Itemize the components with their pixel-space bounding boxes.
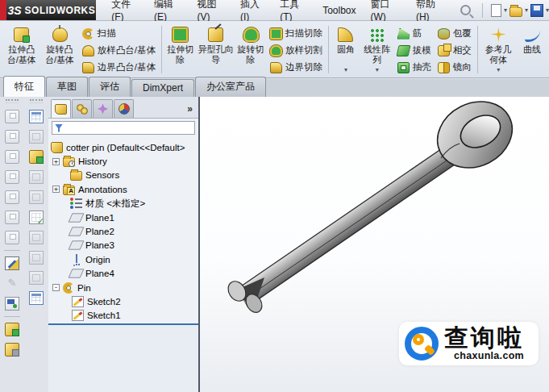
table-tool-icon[interactable] [29, 231, 44, 244]
tree-root-item[interactable]: cotter pin (Default<<Default> [51, 140, 198, 154]
instant3d-icon[interactable] [5, 297, 19, 311]
tab-features[interactable]: 特征 [3, 76, 45, 97]
open-dropdown-caret-icon[interactable]: ▾ [525, 7, 528, 14]
tree-item-pin[interactable]: - Pin [52, 281, 198, 294]
table-tool-icon[interactable] [29, 271, 44, 285]
fillet-label: 圆角 [337, 44, 355, 55]
annotations-folder-icon: A [63, 186, 75, 195]
edit-sketch-icon[interactable] [5, 256, 19, 270]
boss-stack: 扫描 放样凸台/基体 边界凸台/基体 [79, 23, 159, 76]
boundary-boss-button[interactable]: 边界凸台/基体 [79, 59, 159, 76]
tree-item-origin[interactable]: Origin [60, 252, 198, 266]
expand-toggle[interactable]: + [52, 186, 60, 193]
boss-feature-icon[interactable] [5, 343, 19, 357]
toolbar-grip-handle[interactable] [30, 99, 43, 103]
view-cube-icon[interactable] [5, 231, 19, 244]
open-file-icon[interactable] [509, 7, 522, 17]
extruded-cut-button[interactable]: 拉伸切除 [164, 23, 197, 76]
lofted-cut-button[interactable]: 放样切割 [267, 42, 326, 59]
tab-evaluate[interactable]: 评估 [89, 77, 131, 97]
lofted-boss-button[interactable]: 放样凸台/基体 [79, 42, 159, 59]
panel-overflow-chevron[interactable]: » [184, 103, 196, 118]
view-cube-icon[interactable] [5, 190, 19, 204]
fillet-caret-icon[interactable]: ▾ [344, 67, 347, 73]
propertymanager-icon [77, 104, 88, 115]
swept-cut-label: 扫描切除 [285, 27, 322, 40]
design-table-icon[interactable] [29, 110, 44, 123]
boss-feature-icon[interactable] [5, 323, 19, 336]
save-dropdown-caret-icon[interactable]: ▾ [546, 7, 549, 14]
rib-button[interactable]: 筋 [394, 25, 435, 42]
dimxpertmanager-tab[interactable] [114, 99, 134, 118]
tree-item-sketch1[interactable]: Sketch1 [72, 309, 198, 323]
table-tool-icon[interactable] [29, 130, 44, 144]
menu-toolbox[interactable]: Toolbox [315, 2, 363, 19]
tree-filter-input[interactable] [65, 123, 194, 133]
equations-icon[interactable] [29, 150, 44, 164]
save-icon[interactable] [530, 4, 543, 17]
reference-geometry-caret-icon[interactable]: ▾ [497, 67, 500, 73]
view-cube-icon[interactable] [5, 110, 19, 123]
tree-item-plane3[interactable]: Plane3 [60, 239, 198, 252]
view-cube-icon[interactable] [5, 150, 19, 164]
table-tool-icon[interactable] [29, 170, 44, 184]
revolved-cut-button[interactable]: 旋转切除 [235, 23, 267, 76]
intersect-button[interactable]: 相交 [435, 42, 475, 59]
hole-wizard-button[interactable]: 异型孔向导 [197, 23, 235, 76]
part-tree-icon [55, 104, 67, 115]
linear-pattern-button[interactable]: 线性阵列 ▾ [360, 23, 394, 76]
tree-empty-area [48, 325, 198, 392]
table-tool-icon[interactable] [29, 251, 44, 265]
mirror-button[interactable]: 镜向 [435, 59, 475, 76]
search-icon[interactable] [460, 5, 471, 15]
tree-filter-box [52, 121, 195, 135]
configurationmanager-tab[interactable] [93, 99, 113, 118]
tree-item-plane2[interactable]: Plane2 [60, 224, 198, 238]
extruded-boss-button[interactable]: 拉伸凸台/基体 [2, 23, 40, 76]
revolved-boss-button[interactable]: 旋转凸台/基体 [40, 23, 78, 76]
tree-item-label: History [78, 156, 107, 166]
swept-boss-button[interactable]: 扫描 [79, 25, 159, 42]
view-cube-icon[interactable] [5, 130, 19, 144]
tree-item-annotations[interactable]: + A Annotations [52, 182, 198, 196]
pen-add-icon[interactable]: ✎ [5, 277, 19, 290]
tab-dimxpert[interactable]: DimXpert [131, 79, 194, 97]
draft-button[interactable]: 拔模 [394, 42, 435, 59]
view-cube-icon[interactable] [5, 211, 19, 224]
extruded-boss-label: 拉伸凸台/基体 [3, 44, 40, 65]
revolved-cut-icon [243, 27, 259, 42]
bom-table-icon[interactable] [29, 211, 44, 224]
expand-toggle[interactable]: - [52, 284, 60, 291]
boundary-cut-button[interactable]: 边界切除 [267, 59, 326, 76]
curves-icon [525, 27, 540, 42]
fillet-button[interactable]: 圆角 ▾ [331, 23, 360, 76]
linear-pattern-label: 线性阵列 [361, 44, 393, 65]
swept-cut-button[interactable]: 扫描切除 [267, 25, 326, 42]
wrap-button[interactable]: 包覆 [435, 25, 475, 42]
tree-item-sensors[interactable]: Sensors [60, 169, 198, 182]
table-tool-icon[interactable] [29, 190, 44, 204]
tree-item-history[interactable]: + History [52, 154, 198, 168]
curves-button[interactable]: 曲线 [517, 23, 547, 76]
plane-icon [69, 213, 85, 222]
reference-geometry-button[interactable]: 参考几何体 ▾ [480, 23, 518, 76]
tree-item-plane4[interactable]: Plane4 [60, 267, 198, 281]
tab-office-products[interactable]: 办公室产品 [195, 77, 266, 97]
shell-button[interactable]: 抽壳 [394, 59, 435, 76]
tab-sketch[interactable]: 草图 [46, 77, 88, 97]
toolbar-grip-handle[interactable] [6, 99, 19, 103]
tree-item-plane1[interactable]: Plane1 [60, 211, 198, 224]
new-document-icon[interactable] [491, 4, 501, 17]
expand-toggle[interactable]: + [52, 158, 60, 165]
propertymanager-tab[interactable] [72, 99, 92, 118]
general-table-icon[interactable] [29, 291, 44, 305]
linear-pattern-caret-icon[interactable]: ▾ [376, 67, 379, 73]
graphics-viewport[interactable]: 查询啦 chaxunla.com [200, 97, 549, 392]
new-dropdown-caret-icon[interactable]: ▾ [504, 7, 507, 14]
reference-geometry-label: 参考几何体 [481, 44, 517, 65]
featuremanager-tree-tab[interactable] [51, 99, 71, 118]
tree-item-sketch2[interactable]: Sketch2 [72, 294, 198, 308]
view-cube-icon[interactable] [5, 170, 19, 184]
tree-item-material[interactable]: 材质 <未指定> [60, 197, 198, 211]
logo-red-strip [0, 0, 6, 20]
